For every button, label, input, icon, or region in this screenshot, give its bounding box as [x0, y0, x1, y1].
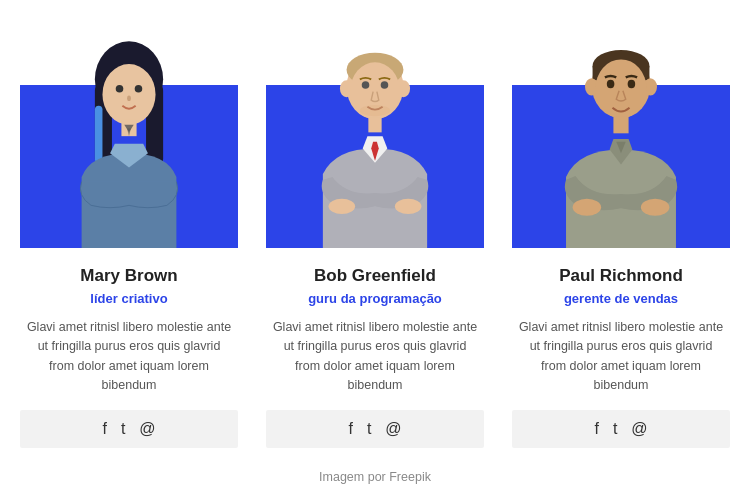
photo-wrapper-paul: [512, 30, 730, 248]
instagram-icon-mary[interactable]: @: [139, 420, 155, 438]
svg-point-17: [362, 81, 370, 89]
card-bio-mary: Glavi amet ritnisl libero molestie ante …: [20, 318, 238, 396]
instagram-icon-bob[interactable]: @: [385, 420, 401, 438]
svg-rect-20: [368, 117, 381, 132]
svg-point-7: [135, 85, 143, 93]
team-card-mary-brown: Mary Brown líder criativo Glavi amet rit…: [20, 30, 238, 448]
card-role-mary: líder criativo: [90, 291, 167, 306]
card-bio-paul: Glavi amet ritnisl libero molestie ante …: [512, 318, 730, 396]
photo-mary: [20, 30, 238, 248]
svg-point-19: [360, 105, 390, 116]
svg-point-5: [102, 64, 155, 125]
card-role-paul: gerente de vendas: [564, 291, 678, 306]
twitter-icon-paul[interactable]: t: [613, 420, 617, 438]
team-card-bob-greenfield: Bob Greenfield guru da programação Glavi…: [266, 30, 484, 448]
svg-rect-31: [613, 116, 628, 133]
team-card-paul-richmond: Paul Richmond gerente de vendas Glavi am…: [512, 30, 730, 448]
card-bio-bob: Glavi amet ritnisl libero molestie ante …: [266, 318, 484, 396]
team-grid: Mary Brown líder criativo Glavi amet rit…: [20, 30, 730, 448]
facebook-icon-bob[interactable]: f: [348, 420, 352, 438]
instagram-icon-paul[interactable]: @: [631, 420, 647, 438]
svg-point-28: [595, 59, 646, 118]
footer-credit: Imagem por Freepik: [319, 470, 431, 484]
svg-point-6: [116, 85, 124, 93]
svg-point-8: [127, 95, 131, 101]
card-name-mary: Mary Brown: [80, 266, 177, 286]
facebook-icon-mary[interactable]: f: [102, 420, 106, 438]
photo-bob: [266, 30, 484, 248]
photo-wrapper-bob: [266, 30, 484, 248]
twitter-icon-mary[interactable]: t: [121, 420, 125, 438]
svg-point-33: [641, 199, 669, 216]
card-socials-bob: f t @: [266, 410, 484, 448]
svg-rect-4: [95, 106, 103, 163]
photo-paul: [512, 30, 730, 248]
photo-wrapper-mary: [20, 30, 238, 248]
card-name-bob: Bob Greenfield: [314, 266, 436, 286]
card-socials-mary: f t @: [20, 410, 238, 448]
svg-point-29: [607, 80, 615, 89]
svg-point-22: [395, 199, 422, 214]
svg-point-30: [628, 80, 636, 89]
svg-point-18: [381, 81, 389, 89]
card-socials-paul: f t @: [512, 410, 730, 448]
card-role-bob: guru da programação: [308, 291, 442, 306]
svg-point-21: [329, 199, 356, 214]
twitter-icon-bob[interactable]: t: [367, 420, 371, 438]
card-name-paul: Paul Richmond: [559, 266, 683, 286]
facebook-icon-paul[interactable]: f: [594, 420, 598, 438]
svg-point-32: [573, 199, 601, 216]
